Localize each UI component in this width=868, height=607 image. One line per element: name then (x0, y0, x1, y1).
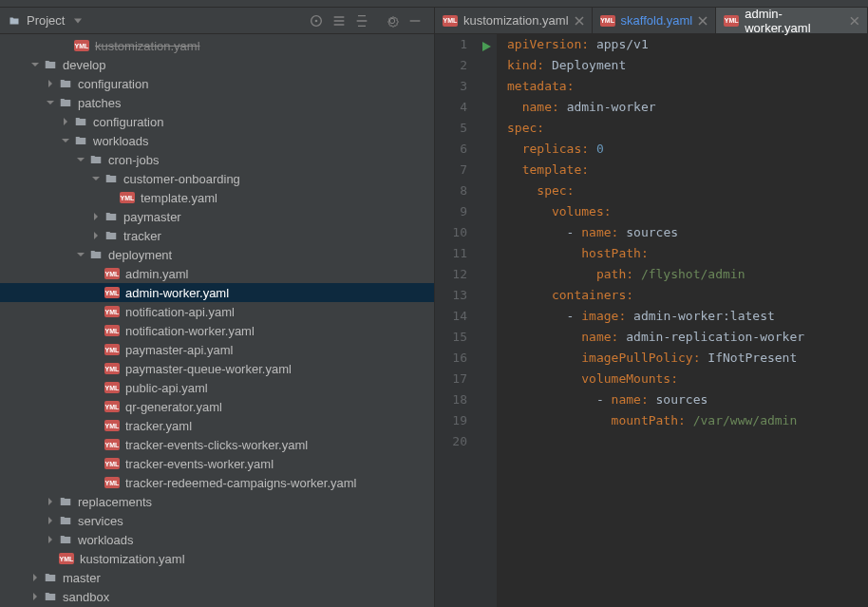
code-line: - image: admin-worker:latest (507, 306, 868, 327)
code-line: name: admin-worker (507, 97, 868, 118)
tree-node-label: notification-api.yaml (125, 305, 235, 319)
tab-label: skaffold.yaml (621, 13, 693, 28)
editor-area: YMLkustomization.yamlYMLskaffold.yamlYML… (435, 8, 868, 607)
tab-label: kustomization.yaml (463, 13, 569, 28)
code-line: mountPath: /var/www/admin (507, 410, 868, 431)
tree-row[interactable]: YMLkustomization.yaml (0, 549, 434, 568)
tree-node-label: paymaster-api.yaml (125, 343, 233, 357)
tree-row[interactable]: tracker (0, 226, 434, 245)
tree-node-label: workloads (78, 533, 134, 547)
tree-row[interactable]: YMLpaymaster-queue-worker.yaml (0, 359, 434, 378)
svg-point-1 (315, 19, 318, 22)
tree-node-label: public-api.yaml (125, 381, 208, 395)
tree-node-label: cron-jobs (108, 153, 159, 167)
tree-node-label: master (63, 571, 101, 585)
tree-node-label: develop (63, 58, 106, 72)
tree-row[interactable]: cron-jobs (0, 150, 434, 169)
tree-row[interactable]: YMLtracker.yaml (0, 416, 434, 435)
tree-node-label: tracker (123, 229, 161, 243)
tree-row[interactable]: YMLtemplate.yaml (0, 188, 434, 207)
tree-row[interactable]: services (0, 511, 434, 530)
tree-row[interactable]: develop (0, 55, 434, 74)
tree-node-label: paymaster-queue-worker.yaml (125, 362, 292, 376)
tree-row[interactable]: YMLpublic-api.yaml (0, 378, 434, 397)
tree-row[interactable]: YMLnotification-api.yaml (0, 302, 434, 321)
tree-row[interactable]: replacements (0, 492, 434, 511)
tree-node-label: configuration (93, 115, 163, 129)
tree-node-label: replacements (78, 495, 152, 509)
tree-node-label: deployment (108, 248, 172, 262)
tree-row[interactable]: YMLadmin-worker.yaml (0, 283, 434, 302)
chevron-down-icon (74, 18, 82, 24)
code-line (507, 431, 868, 452)
expand-all-icon[interactable] (331, 13, 347, 28)
yml-icon: YML (600, 15, 615, 27)
tree-row[interactable]: YMLtracker-redeemed-campaigns-worker.yam… (0, 473, 434, 492)
close-icon[interactable] (575, 16, 584, 26)
project-tree[interactable]: YMLkustomization.yamldevelopconfiguratio… (0, 34, 434, 607)
code-line: volumes: (507, 201, 868, 222)
tree-node-label: qr-generator.yaml (125, 400, 222, 414)
tree-node-label: tracker-redeemed-campaigns-worker.yaml (125, 476, 356, 490)
tree-row[interactable]: sandbox (0, 587, 434, 606)
editor-tab[interactable]: YMLadmin-worker.yaml (716, 8, 868, 33)
tree-node-label: sandbox (63, 590, 109, 604)
code-content[interactable]: apiVersion: apps/v1kind: Deploymentmetad… (498, 34, 868, 607)
window-top-strip (0, 0, 868, 8)
tree-row[interactable]: YMLtracker-events-worker.yaml (0, 454, 434, 473)
tree-row[interactable]: patches (0, 93, 434, 112)
gear-icon[interactable] (385, 13, 400, 28)
tab-label: admin-worker.yaml (745, 8, 844, 35)
tree-row[interactable]: YMLadmin.yaml (0, 264, 434, 283)
tree-row[interactable]: master (0, 568, 434, 587)
editor-tab[interactable]: YMLkustomization.yaml (435, 8, 593, 33)
tree-row[interactable]: workloads (0, 131, 434, 150)
tree-row[interactable]: configuration (0, 74, 434, 93)
code-line: spec: (507, 118, 868, 139)
code-line: - name: sources (507, 222, 868, 243)
locate-icon[interactable] (309, 13, 324, 28)
close-icon[interactable] (698, 16, 708, 26)
main-container: Project YMLkustomization.yamldevelopconf… (0, 8, 868, 607)
tree-row[interactable]: YMLnotification-worker.yaml (0, 321, 434, 340)
collapse-all-icon[interactable] (354, 13, 369, 28)
tree-node-label: kustomization.yaml (80, 552, 185, 566)
code-line: hostPath: (507, 243, 868, 264)
code-line: path: /flyshot/admin (507, 264, 868, 285)
project-panel-title[interactable]: Project (8, 13, 82, 28)
tree-row[interactable]: workloads (0, 530, 434, 549)
code-line: apiVersion: apps/v1 (507, 34, 868, 55)
tree-row[interactable]: paymaster (0, 207, 434, 226)
editor: 1234567891011121314151617181920 apiVersi… (435, 34, 868, 607)
tree-row[interactable]: deployment (0, 245, 434, 264)
tree-row[interactable]: configuration (0, 112, 434, 131)
tree-node-label: template.yaml (141, 191, 217, 205)
editor-tab-bar: YMLkustomization.yamlYMLskaffold.yamlYML… (435, 8, 868, 34)
tree-row[interactable]: YMLpaymaster-api.yaml (0, 340, 434, 359)
project-panel: Project YMLkustomization.yamldevelopconf… (0, 8, 435, 607)
editor-tab[interactable]: YMLskaffold.yaml (593, 8, 717, 33)
yml-icon: YML (724, 15, 739, 27)
tree-node-label: tracker.yaml (125, 419, 192, 433)
tree-row[interactable]: customer-onboarding (0, 169, 434, 188)
tree-node-label: admin-worker.yaml (125, 286, 229, 300)
panel-title-text: Project (27, 13, 65, 28)
tree-node-label: configuration (78, 77, 148, 91)
tree-node-label: services (78, 514, 123, 528)
tree-row[interactable]: YMLtracker-events-clicks-worker.yaml (0, 435, 434, 454)
tree-node-label: workloads (93, 134, 149, 148)
project-icon (8, 15, 21, 27)
code-line: spec: (507, 180, 868, 201)
tree-row[interactable]: YMLkustomization.yaml (0, 36, 434, 55)
code-line: template: (507, 160, 868, 180)
hide-panel-icon[interactable] (407, 13, 423, 28)
tree-row[interactable]: YMLqr-generator.yaml (0, 397, 434, 416)
gutter-icons (475, 34, 498, 607)
code-line: kind: Deployment (507, 55, 868, 76)
code-line: metadata: (507, 76, 868, 97)
code-line: name: admin-replication-worker (507, 327, 868, 348)
close-icon[interactable] (850, 16, 859, 26)
code-line: imagePullPolicy: IfNotPresent (507, 348, 868, 369)
tree-node-label: admin.yaml (125, 267, 188, 281)
run-gutter-icon[interactable] (481, 41, 492, 52)
